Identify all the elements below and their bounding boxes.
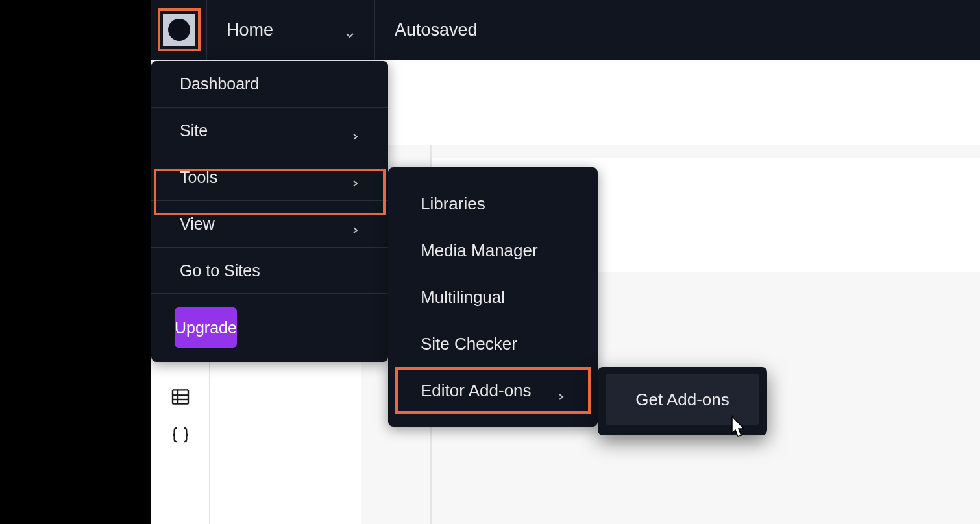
menu-label: Go to Sites xyxy=(180,261,260,280)
logo-highlight xyxy=(158,8,201,51)
submenu-label: Site Checker xyxy=(421,334,517,354)
submenu-label: Get Add-ons xyxy=(635,390,729,410)
submenu-item-editor-addons[interactable]: Editor Add-ons xyxy=(388,367,598,414)
submenu-label: Libraries xyxy=(421,194,485,214)
submenu-item-media-manager[interactable]: Media Manager xyxy=(388,227,598,274)
menu-item-tools[interactable]: Tools xyxy=(151,154,388,201)
toolbar-area xyxy=(361,60,980,145)
submenu-item-site-checker[interactable]: Site Checker xyxy=(388,320,598,367)
page-dropdown[interactable]: Home xyxy=(207,0,375,60)
upgrade-button[interactable]: Upgrade xyxy=(175,307,237,348)
chevron-right-icon xyxy=(556,386,565,395)
logo-container xyxy=(151,0,207,60)
submenu-label: Editor Add-ons xyxy=(421,381,532,401)
main-menu: Dashboard Site Tools View Go to Sites Up… xyxy=(151,61,388,362)
submenu-item-libraries[interactable]: Libraries xyxy=(388,180,598,227)
menu-item-go-to-sites[interactable]: Go to Sites xyxy=(151,248,388,294)
menu-label: Site xyxy=(180,121,208,140)
chevron-down-icon xyxy=(345,25,355,35)
logo-circle-icon xyxy=(168,19,190,41)
page-label: Home xyxy=(227,20,273,40)
app-logo[interactable] xyxy=(163,14,195,46)
submenu-item-multilingual[interactable]: Multilingual xyxy=(388,274,598,320)
tools-submenu: Libraries Media Manager Multilingual Sit… xyxy=(388,167,598,427)
chevron-right-icon xyxy=(350,126,360,136)
menu-label: Tools xyxy=(180,168,217,187)
autosave-status: Autosaved xyxy=(375,20,497,40)
svg-rect-0 xyxy=(173,390,188,403)
upgrade-label: Upgrade xyxy=(175,318,237,337)
menu-item-view[interactable]: View xyxy=(151,201,388,248)
chevron-right-icon xyxy=(350,173,360,182)
menu-label: View xyxy=(180,215,215,233)
chevron-right-icon xyxy=(350,220,360,229)
cursor-pointer-icon xyxy=(726,415,748,444)
menu-item-dashboard[interactable]: Dashboard xyxy=(151,61,388,108)
code-braces-icon[interactable] xyxy=(167,423,193,449)
top-bar: Home Autosaved xyxy=(151,0,980,60)
submenu-label: Media Manager xyxy=(421,241,538,261)
submenu-label: Multilingual xyxy=(421,287,505,307)
menu-label: Dashboard xyxy=(180,75,259,93)
table-icon[interactable] xyxy=(167,384,193,410)
menu-item-site[interactable]: Site xyxy=(151,108,388,154)
